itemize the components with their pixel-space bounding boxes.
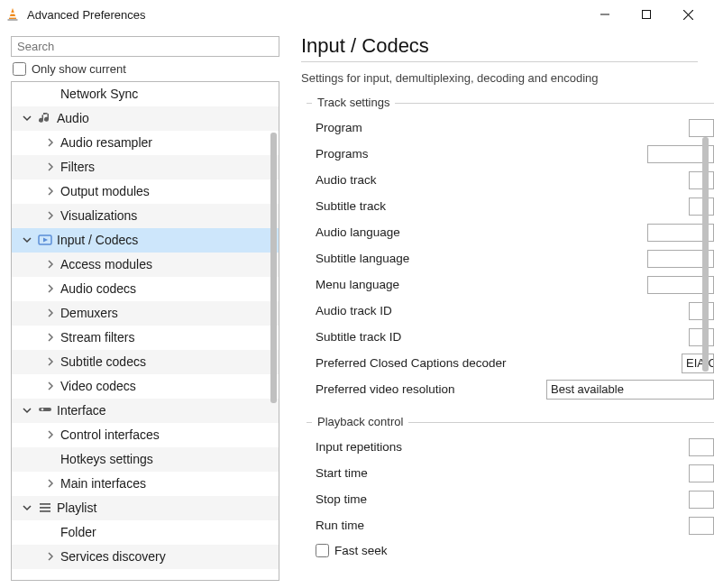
chevron-right-icon[interactable] xyxy=(44,333,57,342)
tree-item[interactable]: Stream filters xyxy=(12,326,279,350)
tree-item-label: Visualizations xyxy=(60,208,137,223)
label-audio-track: Audio track xyxy=(316,173,689,187)
chevron-right-icon[interactable] xyxy=(44,138,57,147)
only-show-current-label: Only show current xyxy=(32,62,126,76)
tree-item-label: Control interfaces xyxy=(60,427,160,442)
vlc-cone-icon xyxy=(5,7,20,22)
label-subtitle-track: Subtitle track xyxy=(316,199,689,213)
label-subtitle-language: Subtitle language xyxy=(316,252,647,265)
tree-item-label: Input / Codecs xyxy=(57,233,138,247)
tree-item[interactable]: Hotkeys settings xyxy=(12,447,279,472)
tree-item[interactable]: Network Sync xyxy=(12,82,279,106)
label-program: Program xyxy=(316,121,689,134)
tree-item[interactable]: Services discovery xyxy=(12,545,279,569)
sidebar: Only show current Network SyncAudioAudio… xyxy=(0,29,287,588)
tree-item[interactable]: Playlist xyxy=(12,496,279,520)
input-program[interactable] xyxy=(689,119,714,137)
label-subtitle-track-id: Subtitle track ID xyxy=(316,330,689,344)
tree-item-label: Video codecs xyxy=(60,379,136,393)
minimize-button[interactable] xyxy=(584,0,626,29)
tree-item[interactable]: Main interfaces xyxy=(12,472,279,496)
tree-item-label: Audio resampler xyxy=(60,135,152,150)
tree-item[interactable]: Filters xyxy=(12,155,279,179)
tree-item-label: Stream filters xyxy=(60,330,134,345)
svg-rect-12 xyxy=(40,503,50,505)
select-video-res[interactable]: Best available xyxy=(546,380,714,400)
chevron-down-icon[interactable] xyxy=(21,235,33,244)
only-show-current[interactable]: Only show current xyxy=(11,62,287,76)
preferences-tree: Network SyncAudioAudio resamplerFiltersO… xyxy=(11,81,279,581)
tree-item[interactable]: Subtitle codecs xyxy=(12,350,279,374)
search-input[interactable] xyxy=(11,36,279,57)
tree-item[interactable]: Demuxers xyxy=(12,301,279,326)
chevron-right-icon[interactable] xyxy=(44,357,57,366)
chevron-right-icon[interactable] xyxy=(44,479,57,488)
input-subtitle-track-id[interactable] xyxy=(689,328,714,346)
tree-item[interactable]: Video codecs xyxy=(12,374,279,399)
tree-item[interactable]: Audio resampler xyxy=(12,131,279,155)
svg-rect-1 xyxy=(10,13,15,14)
input-audio-track[interactable] xyxy=(689,171,714,189)
input-stop-time[interactable] xyxy=(689,491,714,509)
svg-rect-5 xyxy=(643,11,651,19)
tree-item-label: Network Sync xyxy=(60,87,138,101)
input-start-time[interactable] xyxy=(689,464,714,482)
tree-item-label: Services discovery xyxy=(60,549,166,564)
svg-rect-14 xyxy=(40,510,50,512)
chevron-right-icon[interactable] xyxy=(44,187,57,196)
only-show-current-checkbox[interactable] xyxy=(13,62,26,76)
tree-item-label: Audio xyxy=(57,111,89,125)
group-playback-control: Playback control Input repetitions Start… xyxy=(301,415,714,562)
close-button[interactable] xyxy=(667,0,709,29)
tree-item[interactable]: Visualizations xyxy=(12,204,279,228)
tree-scrollbar[interactable] xyxy=(270,133,277,403)
tree-item[interactable]: Interface xyxy=(12,399,279,423)
codec-icon xyxy=(37,232,53,248)
input-subtitle-track[interactable] xyxy=(689,198,714,216)
checkbox-fast-seek[interactable] xyxy=(316,544,329,557)
label-stop-time: Stop time xyxy=(316,492,689,506)
tree-item[interactable]: Output modules xyxy=(12,179,279,204)
tree-item[interactable]: Access modules xyxy=(12,253,279,277)
panel-scrollbar[interactable] xyxy=(702,137,709,372)
tree-item[interactable]: Audio xyxy=(12,106,279,131)
input-audio-track-id[interactable] xyxy=(689,302,714,320)
chevron-right-icon[interactable] xyxy=(44,552,57,561)
chevron-right-icon[interactable] xyxy=(44,284,57,293)
tree-item[interactable]: Input / Codecs xyxy=(12,228,279,253)
chevron-right-icon[interactable] xyxy=(44,260,57,269)
select-cc-decoder[interactable]: EIA/CE xyxy=(682,354,714,373)
tree-item[interactable]: Audio codecs xyxy=(12,277,279,301)
maximize-button[interactable] xyxy=(626,0,667,29)
chevron-right-icon[interactable] xyxy=(44,308,57,317)
tree-item[interactable]: Folder xyxy=(12,520,279,545)
tree-item-label: Filters xyxy=(60,160,95,174)
input-run-time[interactable] xyxy=(689,517,714,535)
chevron-down-icon[interactable] xyxy=(21,406,33,415)
svg-rect-13 xyxy=(40,507,50,509)
chevron-down-icon[interactable] xyxy=(21,114,33,123)
group-track-settings: Track settings Program Programs Audio tr… xyxy=(301,96,714,402)
input-repetitions[interactable] xyxy=(689,438,714,456)
label-cc-decoder: Preferred Closed Captions decoder xyxy=(316,356,682,370)
chevron-right-icon[interactable] xyxy=(44,162,57,171)
chevron-right-icon[interactable] xyxy=(44,211,57,220)
label-run-time: Run time xyxy=(316,519,689,532)
window-title: Advanced Preferences xyxy=(27,8,146,22)
tree-item-label: Audio codecs xyxy=(60,281,136,296)
label-fast-seek: Fast seek xyxy=(334,544,388,557)
label-programs: Programs xyxy=(316,147,647,161)
tree-item-label: Output modules xyxy=(60,184,150,198)
titlebar: Advanced Preferences xyxy=(0,0,714,29)
page-title: Input / Codecs xyxy=(301,34,698,62)
tree-item-label: Subtitle codecs xyxy=(60,354,146,369)
label-start-time: Start time xyxy=(316,466,689,480)
chevron-right-icon[interactable] xyxy=(44,381,57,390)
tree-item-label: Interface xyxy=(57,403,105,418)
tree-item-label: Main interfaces xyxy=(60,476,146,491)
chevron-right-icon[interactable] xyxy=(44,430,57,439)
chevron-down-icon[interactable] xyxy=(21,503,33,512)
tree-item[interactable]: Control interfaces xyxy=(12,423,279,447)
plist-icon xyxy=(37,500,53,516)
settings-panel: Input / Codecs Settings for input, demul… xyxy=(287,29,714,588)
